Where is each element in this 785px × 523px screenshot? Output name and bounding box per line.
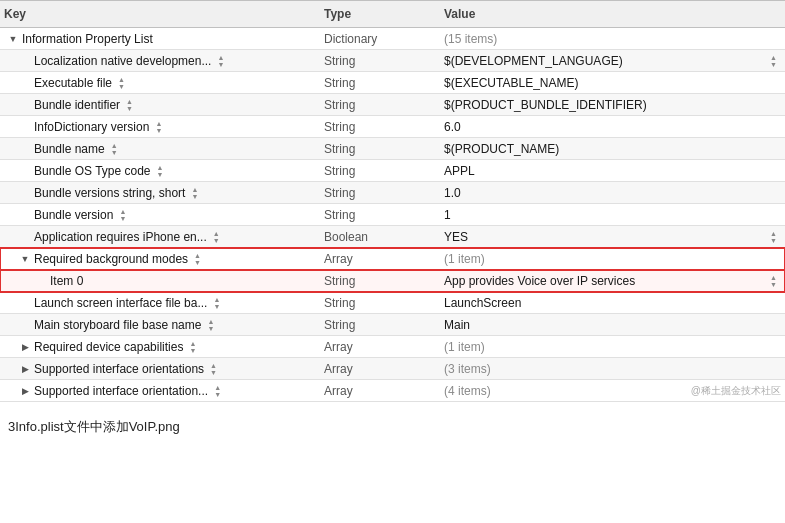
table-header: Key Type Value [0,0,785,28]
table-row[interactable]: Localization native developmen...▲▼Strin… [0,50,785,72]
cell-value: $(PRODUCT_BUNDLE_IDENTIFIER) [440,96,785,114]
cell-key: ▼Required background modes▲▼ [0,250,320,268]
table-row[interactable]: ▼Required background modes▲▼Array(1 item… [0,248,785,270]
key-stepper-icon[interactable]: ▲▼ [118,76,125,90]
header-value: Value [440,5,785,23]
table-row[interactable]: Executable file▲▼String$(EXECUTABLE_NAME… [0,72,785,94]
value-text: $(PRODUCT_BUNDLE_IDENTIFIER) [444,98,647,112]
cell-key: Bundle OS Type code▲▼ [0,162,320,180]
key-stepper-icon[interactable]: ▲▼ [214,384,221,398]
value-text: APPL [444,164,475,178]
cell-type: Array [320,338,440,356]
cell-type: Array [320,250,440,268]
key-label: Bundle OS Type code [34,164,151,178]
key-stepper-icon[interactable]: ▲▼ [155,120,162,134]
table-row[interactable]: Main storyboard file base name▲▼StringMa… [0,314,785,336]
expand-triangle-icon[interactable]: ▼ [8,34,18,44]
cell-key: ▶Supported interface orientation...▲▼ [0,382,320,400]
cell-type: Boolean [320,228,440,246]
value-text: YES [444,230,468,244]
value-text: App provides Voice over IP services [444,274,635,288]
table-row[interactable]: ▼Information Property ListDictionary(15 … [0,28,785,50]
cell-value: $(DEVELOPMENT_LANGUAGE)▲▼ [440,52,785,70]
key-label: Launch screen interface file ba... [34,296,207,310]
cell-key: Application requires iPhone en...▲▼ [0,228,320,246]
cell-key: ▼Information Property List [0,30,320,48]
value-stepper-icon[interactable]: ▲▼ [770,230,777,244]
expand-triangle-icon [36,276,46,286]
expand-triangle-icon [20,320,30,330]
value-stepper-icon[interactable]: ▲▼ [770,54,777,68]
table-row[interactable]: Bundle identifier▲▼String$(PRODUCT_BUNDL… [0,94,785,116]
key-label: InfoDictionary version [34,120,149,134]
cell-value: (15 items) [440,30,785,48]
table-row[interactable]: Launch screen interface file ba...▲▼Stri… [0,292,785,314]
expand-triangle-icon [20,166,30,176]
table-row[interactable]: Application requires iPhone en...▲▼Boole… [0,226,785,248]
table-row[interactable]: ▶Required device capabilities▲▼Array(1 i… [0,336,785,358]
cell-type: String [320,52,440,70]
table-row[interactable]: ▶Supported interface orientation...▲▼Arr… [0,380,785,402]
table-row[interactable]: Bundle OS Type code▲▼StringAPPL [0,160,785,182]
cell-type: Array [320,360,440,378]
key-stepper-icon[interactable]: ▲▼ [126,98,133,112]
expand-triangle-icon [20,78,30,88]
value-text: $(EXECUTABLE_NAME) [444,76,578,90]
key-label: Information Property List [22,32,153,46]
table-body: ▼Information Property ListDictionary(15 … [0,28,785,402]
table-container: Key Type Value ▼Information Property Lis… [0,0,785,402]
cell-value: (3 items) [440,360,785,378]
table-row[interactable]: Bundle versions string, short▲▼String1.0 [0,182,785,204]
expand-triangle-icon[interactable]: ▶ [20,386,30,396]
expand-triangle-icon[interactable]: ▼ [20,254,30,264]
cell-key: InfoDictionary version▲▼ [0,118,320,136]
table-row[interactable]: Item 0StringApp provides Voice over IP s… [0,270,785,292]
key-label: Supported interface orientations [34,362,204,376]
key-stepper-icon[interactable]: ▲▼ [189,340,196,354]
key-stepper-icon[interactable]: ▲▼ [217,54,224,68]
cell-key: Bundle version▲▼ [0,206,320,224]
value-text: (4 items) [444,384,491,398]
cell-type: String [320,162,440,180]
value-text: 1.0 [444,186,461,200]
value-text: (1 item) [444,252,485,266]
expand-triangle-icon [20,100,30,110]
cell-value: 6.0 [440,118,785,136]
cell-type: String [320,184,440,202]
key-stepper-icon[interactable]: ▲▼ [194,252,201,266]
value-text: $(DEVELOPMENT_LANGUAGE) [444,54,623,68]
cell-value: APPL [440,162,785,180]
key-stepper-icon[interactable]: ▲▼ [157,164,164,178]
cell-key: Launch screen interface file ba...▲▼ [0,294,320,312]
cell-value: $(EXECUTABLE_NAME) [440,74,785,92]
key-stepper-icon[interactable]: ▲▼ [213,296,220,310]
expand-triangle-icon[interactable]: ▶ [20,364,30,374]
key-label: Application requires iPhone en... [34,230,207,244]
caption: 3Info.plist文件中添加VoIP.png [0,402,785,444]
key-label: Bundle name [34,142,105,156]
key-stepper-icon[interactable]: ▲▼ [111,142,118,156]
table-row[interactable]: Bundle version▲▼String1 [0,204,785,226]
table-row[interactable]: InfoDictionary version▲▼String6.0 [0,116,785,138]
value-text: (15 items) [444,32,497,46]
header-type: Type [320,5,440,23]
key-stepper-icon[interactable]: ▲▼ [191,186,198,200]
key-stepper-icon[interactable]: ▲▼ [210,362,217,376]
value-text: Main [444,318,470,332]
key-label: Required device capabilities [34,340,183,354]
table-row[interactable]: Bundle name▲▼String$(PRODUCT_NAME) [0,138,785,160]
cell-key: ▶Required device capabilities▲▼ [0,338,320,356]
key-label: Bundle versions string, short [34,186,185,200]
key-stepper-icon[interactable]: ▲▼ [213,230,220,244]
table-row[interactable]: ▶Supported interface orientations▲▼Array… [0,358,785,380]
cell-value: (1 item) [440,250,785,268]
value-stepper-icon[interactable]: ▲▼ [770,274,777,288]
cell-key: Executable file▲▼ [0,74,320,92]
key-stepper-icon[interactable]: ▲▼ [119,208,126,222]
key-stepper-icon[interactable]: ▲▼ [207,318,214,332]
cell-value: (4 items)@稀土掘金技术社区 [440,382,785,400]
expand-triangle-icon [20,56,30,66]
expand-triangle-icon[interactable]: ▶ [20,342,30,352]
cell-value: (1 item) [440,338,785,356]
cell-type: String [320,272,440,290]
